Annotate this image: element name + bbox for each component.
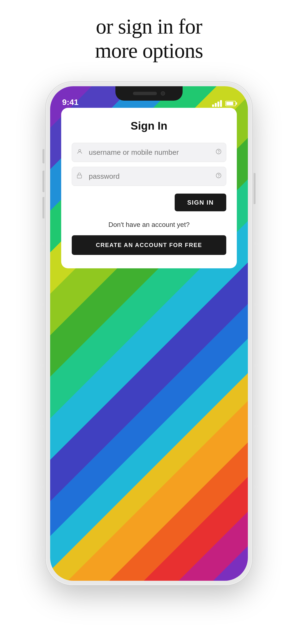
- back-chevron-icon: ‹: [65, 115, 69, 125]
- username-field-group: [72, 143, 226, 162]
- user-icon: [77, 148, 83, 156]
- speaker: [133, 92, 157, 95]
- power-button: [254, 173, 255, 204]
- username-help-icon[interactable]: [216, 149, 221, 156]
- password-field-group: [72, 167, 226, 186]
- page-wrapper: or sign in for more options 9:41: [0, 0, 298, 644]
- svg-rect-3: [77, 175, 82, 178]
- password-help-icon[interactable]: [216, 173, 221, 180]
- svg-point-4: [216, 173, 221, 178]
- battery-fill: [226, 102, 233, 105]
- headline: or sign in for more options: [95, 14, 203, 63]
- headline-line2: more options: [95, 39, 203, 62]
- vol-down-button: [43, 197, 44, 218]
- battery-icon: [225, 101, 236, 106]
- sign-in-button[interactable]: SIGN IN: [175, 194, 226, 211]
- back-button[interactable]: ‹: [60, 112, 74, 127]
- front-camera: [161, 91, 165, 96]
- status-icons: [212, 100, 236, 107]
- phone-screen: 9:41 ‹ Sign: [50, 86, 248, 581]
- notch: [115, 86, 183, 100]
- username-input-wrapper: [72, 143, 226, 162]
- svg-point-1: [216, 149, 221, 154]
- vol-up-button: [43, 170, 44, 192]
- no-account-text: Don't have an account yet?: [72, 221, 226, 228]
- password-input-wrapper: [72, 167, 226, 186]
- sign-in-title: Sign In: [72, 119, 226, 132]
- lock-icon: [77, 172, 82, 180]
- phone-shell: 9:41 ‹ Sign: [46, 82, 252, 585]
- username-input[interactable]: [72, 143, 226, 162]
- svg-point-0: [79, 150, 81, 152]
- password-input[interactable]: [72, 167, 226, 186]
- create-account-button[interactable]: CREATE AN ACCOUNT FOR FREE: [72, 235, 226, 255]
- sign-in-card: Sign In: [61, 108, 237, 268]
- status-time: 9:41: [62, 98, 78, 107]
- signal-icon: [212, 100, 222, 107]
- headline-line1: or sign in for: [96, 15, 202, 38]
